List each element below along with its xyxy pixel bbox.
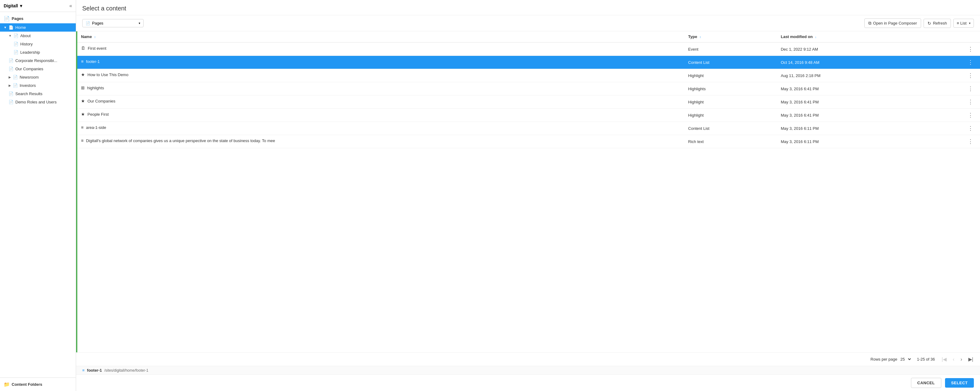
pages-section: 📄 Pages ▼ 📄 Home ▼ 📄 About 📄 History 📄 L… xyxy=(0,12,76,108)
sidebar-item-leadership[interactable]: 📄 Leadership xyxy=(0,48,76,56)
brand-name: Digitall xyxy=(4,3,18,8)
list-view-button[interactable]: ≡ List ▾ xyxy=(953,19,974,28)
cell-type: Highlight xyxy=(683,69,776,82)
cell-actions: ⋮ xyxy=(923,42,980,56)
modified-sort-icon: ↓ xyxy=(815,35,816,39)
cell-modified: May 3, 2016 6:41 PM xyxy=(776,82,924,96)
row-type-icon: ★ xyxy=(81,99,85,104)
sidebar-collapse-btn[interactable]: « xyxy=(69,3,72,9)
sidebar-item-search-results[interactable]: 📄 Search Results xyxy=(0,89,76,98)
cell-modified: May 3, 2016 6:41 PM xyxy=(776,96,924,109)
cell-modified: May 3, 2016 6:11 PM xyxy=(776,135,924,148)
sidebar-item-about[interactable]: ▼ 📄 About xyxy=(0,32,76,40)
home-expand-icon: ▼ xyxy=(4,26,7,29)
content-table: Name ↕ Type ↕ Last modified on ↓ 🗓First … xyxy=(76,31,980,148)
col-header-name[interactable]: Name ↕ xyxy=(76,31,683,42)
sidebar-header: Digitall ▾ « xyxy=(0,0,76,12)
row-actions-button[interactable]: ⋮ xyxy=(966,124,975,132)
toolbar: 📄 Pages ▾ ⧉ Open in Page Composer ↻ Refr… xyxy=(76,15,980,31)
prev-page-button[interactable]: ‹ xyxy=(951,355,956,363)
about-label: About xyxy=(20,34,31,38)
table-row[interactable]: ★People FirstHighlightMay 3, 2016 6:41 P… xyxy=(76,109,980,122)
cell-type: Content List xyxy=(683,122,776,135)
select-button[interactable]: SELECT xyxy=(945,378,974,388)
table-header: Name ↕ Type ↕ Last modified on ↓ xyxy=(76,31,980,42)
row-type-icon: ★ xyxy=(81,112,85,117)
sidebar-item-our-companies[interactable]: 📄 Our Companies xyxy=(0,65,76,73)
sidebar-item-home[interactable]: ▼ 📄 Home xyxy=(0,23,76,32)
our-companies-label: Our Companies xyxy=(15,67,43,71)
list-icon: ≡ xyxy=(957,21,959,26)
filter-pages-icon: 📄 xyxy=(86,21,90,26)
table-row[interactable]: ⊞highlightsHighlightsMay 3, 2016 6:41 PM… xyxy=(76,82,980,96)
table-row[interactable]: ★Our CompaniesHighlightMay 3, 2016 6:41 … xyxy=(76,96,980,109)
status-bar: ≡ footer-1 /sites/digitall/home/footer-1 xyxy=(76,366,980,374)
cell-actions: ⋮ xyxy=(923,96,980,109)
refresh-label: Refresh xyxy=(933,21,947,26)
sidebar-item-history[interactable]: 📄 History xyxy=(0,40,76,48)
row-type-icon: ★ xyxy=(81,72,85,77)
table-footer: Rows per page 25 50 100 1-25 of 36 |◀ ‹ … xyxy=(76,352,980,366)
row-actions-button[interactable]: ⋮ xyxy=(966,98,975,105)
row-type-icon: ≡ xyxy=(81,125,83,130)
rows-per-page-select[interactable]: 25 50 100 xyxy=(899,357,912,362)
first-page-button[interactable]: |◀ xyxy=(940,355,948,363)
row-actions-button[interactable]: ⋮ xyxy=(966,112,975,119)
corporate-page-icon: 📄 xyxy=(9,58,13,63)
rows-per-page: Rows per page 25 50 100 xyxy=(870,357,912,362)
cell-actions: ⋮ xyxy=(923,109,980,122)
col-header-type[interactable]: Type ↕ xyxy=(683,31,776,42)
table-row[interactable]: 🗓First eventEventDec 1, 2022 9:12 AM⋮ xyxy=(76,42,980,56)
last-page-button[interactable]: ▶| xyxy=(967,355,975,363)
filter-select[interactable]: 📄 Pages ▾ xyxy=(82,19,143,27)
sidebar-brand: Digitall ▾ xyxy=(4,3,22,8)
search-results-label: Search Results xyxy=(15,91,42,96)
history-label: History xyxy=(20,42,32,46)
table-row[interactable]: ≡area-1-sideContent ListMay 3, 2016 6:11… xyxy=(76,122,980,135)
cancel-button[interactable]: CANCEL xyxy=(911,378,941,388)
cell-type: Highlight xyxy=(683,96,776,109)
newsroom-page-icon: 📄 xyxy=(13,75,18,80)
cell-name: ≡footer-1 xyxy=(76,56,683,67)
cell-name: ★Our Companies xyxy=(76,96,683,107)
home-page-icon: 📄 xyxy=(9,25,13,30)
sidebar-item-corporate[interactable]: 📄 Corporate Responsibi... xyxy=(0,56,76,65)
sidebar-item-investors[interactable]: ▶ 📄 Investors xyxy=(0,81,76,89)
row-name: footer-1 xyxy=(86,59,100,64)
demo-roles-label: Demo Roles and Users xyxy=(15,100,56,104)
cell-modified: Dec 1, 2022 9:12 AM xyxy=(776,42,924,56)
sidebar-item-newsroom[interactable]: ▶ 📄 Newsroom xyxy=(0,73,76,81)
row-actions-button[interactable]: ⋮ xyxy=(966,59,975,66)
content-folders-header[interactable]: 📁 Content Folders xyxy=(0,380,76,389)
row-type-icon: ⊞ xyxy=(81,85,85,90)
row-actions-button[interactable]: ⋮ xyxy=(966,85,975,93)
row-name: People First xyxy=(88,112,109,117)
cell-modified: May 3, 2016 6:11 PM xyxy=(776,122,924,135)
row-name: How to Use This Demo xyxy=(88,72,128,77)
name-sort-icon: ↕ xyxy=(94,35,96,39)
filter-chevron-icon: ▾ xyxy=(139,21,140,25)
cell-actions: ⋮ xyxy=(923,69,980,82)
investors-label: Investors xyxy=(20,83,36,88)
col-header-modified[interactable]: Last modified on ↓ xyxy=(776,31,924,42)
sidebar: Digitall ▾ « 📄 Pages ▼ 📄 Home ▼ 📄 About … xyxy=(0,0,76,391)
cell-name: ★People First xyxy=(76,109,683,120)
refresh-button[interactable]: ↻ Refresh xyxy=(924,19,951,28)
table-row[interactable]: ★How to Use This DemoHighlightAug 11, 20… xyxy=(76,69,980,82)
cell-type: Highlights xyxy=(683,82,776,96)
row-actions-button[interactable]: ⋮ xyxy=(966,138,975,145)
cell-actions: ⋮ xyxy=(923,122,980,135)
table-row[interactable]: ≡footer-1Content ListOct 14, 2016 9:48 A… xyxy=(76,56,980,69)
cell-modified: Aug 11, 2016 2:18 PM xyxy=(776,69,924,82)
row-actions-button[interactable]: ⋮ xyxy=(966,45,975,53)
open-composer-button[interactable]: ⧉ Open in Page Composer xyxy=(864,18,921,28)
next-page-button[interactable]: › xyxy=(959,355,964,363)
row-actions-button[interactable]: ⋮ xyxy=(966,72,975,79)
sidebar-item-demo-roles[interactable]: 📄 Demo Roles and Users xyxy=(0,98,76,106)
pages-section-header[interactable]: 📄 Pages xyxy=(0,14,76,23)
table-row[interactable]: ≡Digitall's global network of companies … xyxy=(76,135,980,148)
cell-name: ★How to Use This Demo xyxy=(76,69,683,80)
content-folders-label: Content Folders xyxy=(12,382,42,387)
list-chevron-icon: ▾ xyxy=(969,21,970,25)
cell-type: Highlight xyxy=(683,109,776,122)
